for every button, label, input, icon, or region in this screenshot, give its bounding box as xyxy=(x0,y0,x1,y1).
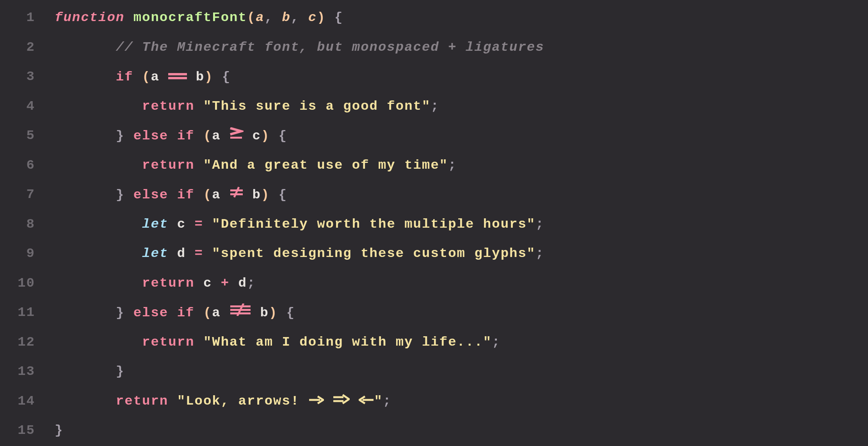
line-number: 8 xyxy=(0,210,47,239)
ligature-arrow-right xyxy=(308,386,324,416)
code-content: return "This sure is a good font"; xyxy=(47,92,439,121)
line-number: 2 xyxy=(0,33,47,62)
string-literal: "Look, arrows! " xyxy=(177,394,383,409)
keyword-else: else xyxy=(133,187,169,202)
code-line: 2 // The Minecraft font, but monospaced … xyxy=(0,33,868,62)
code-content: function monocraftFont(a, b, c) { xyxy=(47,3,343,33)
line-number: 11 xyxy=(0,298,47,328)
param-b: b xyxy=(282,10,291,25)
code-line: 5 } else if (a c) { xyxy=(0,121,868,151)
svg-rect-1 xyxy=(168,77,187,79)
code-content: let c = "Definitely worth the multiple h… xyxy=(47,210,544,239)
svg-rect-0 xyxy=(168,73,187,75)
keyword-if: if xyxy=(116,69,133,84)
ligature-eqeq xyxy=(168,62,187,92)
code-line: 9 let d = "spent designing these custom … xyxy=(0,239,868,269)
keyword-else: else xyxy=(133,305,169,320)
code-line: 12 return "What am I doing with my life.… xyxy=(0,328,868,357)
brace-close: } xyxy=(55,423,63,438)
code-line: 3 if (a b) { xyxy=(0,62,868,92)
keyword-if: if xyxy=(177,187,195,202)
brace-close: } xyxy=(116,364,125,379)
ligature-arrow-fat xyxy=(333,386,350,416)
ligature-neqeq xyxy=(229,298,251,328)
code-content: return "What am I doing with my life..."… xyxy=(47,328,501,357)
keyword-return: return xyxy=(142,335,194,350)
code-content: return "Look, arrows! "; xyxy=(47,386,391,416)
code-content: } xyxy=(47,416,63,446)
line-number: 13 xyxy=(0,357,47,387)
code-line: 7 } else if (a b) { xyxy=(0,180,868,210)
keyword-return: return xyxy=(142,158,194,173)
code-content: } xyxy=(47,357,125,387)
code-line: 4 return "This sure is a good font"; xyxy=(0,92,868,121)
code-line: 8 let c = "Definitely worth the multiple… xyxy=(0,210,868,239)
var-d: d xyxy=(177,246,186,261)
code-line: 1 function monocraftFont(a, b, c) { xyxy=(0,3,868,33)
string-literal: "Definitely worth the multiple hours" xyxy=(212,217,535,232)
code-line: 10 return c + d; xyxy=(0,269,868,298)
keyword-return: return xyxy=(116,394,168,409)
keyword-function: function xyxy=(55,10,125,25)
code-content: return "And a great use of my time"; xyxy=(47,151,457,180)
line-number: 7 xyxy=(0,180,47,210)
line-number: 10 xyxy=(0,269,47,298)
svg-rect-6 xyxy=(230,305,251,307)
keyword-else: else xyxy=(133,128,169,143)
param-a: a xyxy=(256,10,264,25)
keyword-return: return xyxy=(142,276,194,291)
line-number: 6 xyxy=(0,151,47,180)
code-editor[interactable]: 1 function monocraftFont(a, b, c) { 2 //… xyxy=(0,0,868,446)
paren-open: ( xyxy=(247,10,256,25)
paren-close: ) xyxy=(317,10,326,25)
line-number: 12 xyxy=(0,328,47,357)
string-literal: "This sure is a good font" xyxy=(203,99,431,114)
code-line: 15 } xyxy=(0,416,868,446)
line-number: 15 xyxy=(0,416,47,446)
svg-rect-2 xyxy=(230,137,242,139)
code-content: } else if (a b) { xyxy=(47,298,295,328)
ligature-gte xyxy=(229,121,244,151)
code-content: return c + d; xyxy=(47,269,256,298)
code-content: // The Minecraft font, but monospaced + … xyxy=(47,33,544,62)
line-number: 3 xyxy=(0,62,47,92)
line-number: 5 xyxy=(0,121,47,151)
param-c: c xyxy=(308,10,317,25)
code-line: 6 return "And a great use of my time"; xyxy=(0,151,868,180)
line-number: 14 xyxy=(0,387,47,416)
code-line: 13 } xyxy=(0,357,868,387)
line-number: 9 xyxy=(0,239,47,269)
string-literal: "spent designing these custom glyphs" xyxy=(212,246,535,261)
ligature-arrow-left xyxy=(359,386,374,416)
svg-line-5 xyxy=(234,187,239,197)
line-number: 4 xyxy=(0,92,47,121)
comment: // The Minecraft font, but monospaced + … xyxy=(116,40,544,55)
keyword-if: if xyxy=(177,128,195,143)
code-line: 11 } else if (a b) { xyxy=(0,298,868,328)
keyword-let: let xyxy=(142,217,168,232)
code-line: 14 return "Look, arrows! "; xyxy=(0,387,868,416)
keyword-if: if xyxy=(177,305,195,320)
keyword-let: let xyxy=(142,246,168,261)
code-content: let d = "spent designing these custom gl… xyxy=(47,239,544,269)
var-c: c xyxy=(177,217,186,232)
string-literal: "What am I doing with my life..." xyxy=(203,335,492,350)
line-number: 1 xyxy=(0,3,47,33)
keyword-return: return xyxy=(142,99,194,114)
code-content: } else if (a b) { xyxy=(47,180,287,210)
ligature-neq xyxy=(229,180,244,210)
function-name: monocraftFont xyxy=(133,10,247,25)
brace-open: { xyxy=(334,10,343,25)
code-content: } else if (a c) { xyxy=(47,121,287,151)
svg-rect-8 xyxy=(230,312,251,314)
code-content: if (a b) { xyxy=(47,62,231,92)
string-literal: "And a great use of my time" xyxy=(203,158,448,173)
